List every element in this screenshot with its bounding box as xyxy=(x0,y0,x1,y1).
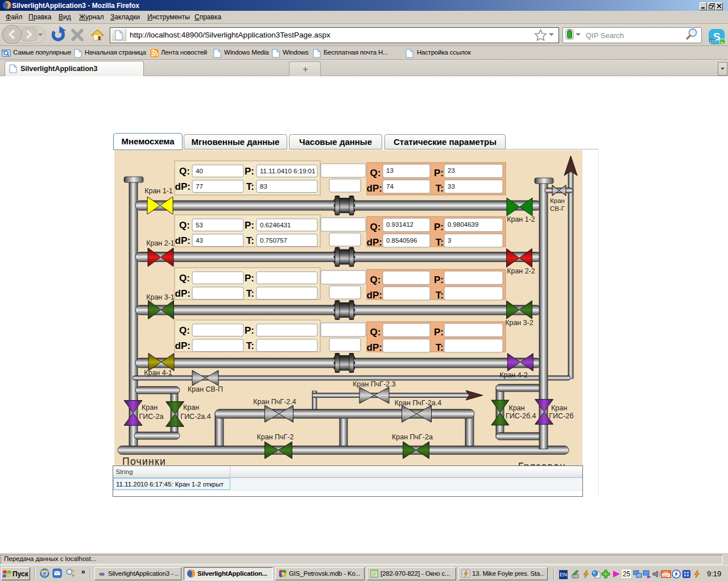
svg-text:Кран ПчГ-2: Кран ПчГ-2 xyxy=(257,433,294,441)
svg-text:ГИС-2б.4: ГИС-2б.4 xyxy=(506,412,536,420)
svg-text:T:: T: xyxy=(436,342,444,353)
svg-text:33: 33 xyxy=(448,183,455,190)
svg-text:Q:: Q: xyxy=(370,222,381,232)
svg-text:0.750757: 0.750757 xyxy=(260,237,287,244)
svg-text:23: 23 xyxy=(448,167,455,174)
svg-text:dP:: dP: xyxy=(367,342,382,353)
svg-text:Кран ПчГ-2а: Кран ПчГ-2а xyxy=(392,433,433,441)
svg-text:T:: T: xyxy=(246,235,254,246)
svg-text:13: 13 xyxy=(386,167,394,174)
svg-text:Кран: Кран xyxy=(551,404,567,412)
svg-text:T:: T: xyxy=(436,183,444,194)
svg-text:123: 123 xyxy=(709,39,716,43)
svg-text:P:: P: xyxy=(245,220,254,231)
svg-text:Q:: Q: xyxy=(179,273,190,284)
svg-text:Кран: Кран xyxy=(550,197,565,204)
svg-text:Q:: Q: xyxy=(370,168,381,178)
svg-text:ГИС-2а.4: ГИС-2а.4 xyxy=(180,413,210,421)
svg-text:77: 77 xyxy=(196,183,203,190)
svg-text:P:: P: xyxy=(245,166,254,177)
svg-text:P:: P: xyxy=(245,325,254,336)
svg-text:Кран 1-1: Кран 1-1 xyxy=(144,187,173,195)
svg-text:Кран 2-1: Кран 2-1 xyxy=(146,239,175,247)
svg-text:Кран 4-1: Кран 4-1 xyxy=(144,369,172,377)
svg-text:СВ-Г: СВ-Г xyxy=(550,205,565,212)
svg-text:Кран 3-1: Кран 3-1 xyxy=(146,293,175,301)
svg-text:74: 74 xyxy=(386,183,394,190)
svg-text:Кран: Кран xyxy=(508,404,524,412)
svg-text:Q:: Q: xyxy=(179,220,190,231)
svg-text:Мнемосхема: Мнемосхема xyxy=(121,136,175,146)
svg-text:0.8540596: 0.8540596 xyxy=(386,237,417,244)
svg-text:0.6246431: 0.6246431 xyxy=(260,222,291,228)
svg-text:dP:: dP: xyxy=(367,290,382,301)
svg-text:Кран 3-2: Кран 3-2 xyxy=(505,319,533,327)
svg-text:T:: T: xyxy=(436,237,444,248)
svg-text:dP:: dP: xyxy=(367,183,382,194)
svg-text:dP:: dP: xyxy=(175,235,191,246)
svg-text:T:: T: xyxy=(436,290,444,301)
svg-text:Кран СВ-П: Кран СВ-П xyxy=(188,385,223,393)
svg-text:T:: T: xyxy=(246,340,254,351)
svg-text:P:: P: xyxy=(434,168,444,178)
svg-text:11.11.0410 6:19:01: 11.11.0410 6:19:01 xyxy=(260,168,315,174)
svg-text:Кран 2-2: Кран 2-2 xyxy=(507,267,535,275)
svg-text:Q:: Q: xyxy=(370,275,381,285)
svg-text:P:: P: xyxy=(434,222,444,232)
svg-text:Кран 1-2: Кран 1-2 xyxy=(507,215,535,223)
svg-text:dP:: dP: xyxy=(175,181,191,192)
svg-text:dP:: dP: xyxy=(175,340,191,351)
svg-text:ГИС-2а: ГИС-2а xyxy=(139,413,164,421)
svg-text:43: 43 xyxy=(196,237,203,244)
svg-text:Статические параметры: Статические параметры xyxy=(394,137,497,147)
svg-text:Мгновенные данные: Мгновенные данные xyxy=(192,137,280,147)
svg-text:Q:: Q: xyxy=(370,327,381,338)
svg-text:53: 53 xyxy=(196,222,203,228)
svg-text:Q:: Q: xyxy=(179,325,190,336)
svg-text:0.9804639: 0.9804639 xyxy=(448,221,478,228)
svg-text:String: String xyxy=(116,468,133,475)
svg-text:Q:: Q: xyxy=(179,166,190,177)
svg-text:T:: T: xyxy=(246,288,254,299)
svg-text:3: 3 xyxy=(448,237,451,244)
svg-text:dP:: dP: xyxy=(175,288,191,299)
svg-text:P:: P: xyxy=(434,275,444,285)
svg-text:11.11.2010 6:17:45: Кран 1-2 о: 11.11.2010 6:17:45: Кран 1-2 открыт xyxy=(116,481,224,488)
svg-text:T:: T: xyxy=(246,181,254,192)
svg-text:Кран 4-2: Кран 4-2 xyxy=(499,371,528,379)
svg-text:Кран: Кран xyxy=(142,404,158,411)
svg-text:∞: ∞ xyxy=(99,569,104,578)
svg-text:Кран ПчГ-2.4: Кран ПчГ-2.4 xyxy=(253,398,296,406)
svg-text:40: 40 xyxy=(196,168,203,174)
svg-text:dP:: dP: xyxy=(367,237,382,248)
svg-text:P:: P: xyxy=(245,273,254,284)
svg-text:Кран ПчГ-2а.4: Кран ПчГ-2а.4 xyxy=(395,399,441,407)
svg-text:Кран: Кран xyxy=(183,404,199,411)
svg-text:P:: P: xyxy=(434,327,444,338)
svg-text:83: 83 xyxy=(260,183,267,190)
svg-text:Часовые данные: Часовые данные xyxy=(299,137,372,147)
svg-text:NVA: NVA xyxy=(664,571,669,574)
svg-text:0.931412: 0.931412 xyxy=(386,221,413,228)
svg-text:ГИС-2б: ГИС-2б xyxy=(549,412,573,420)
svg-text:Кран ПчГ-2.3: Кран ПчГ-2.3 xyxy=(353,380,395,388)
